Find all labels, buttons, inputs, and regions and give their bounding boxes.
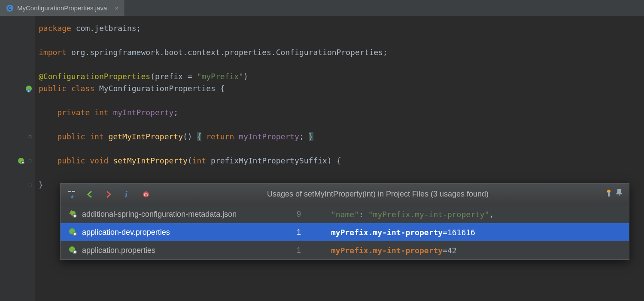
fold-toggle-icon[interactable]: ⊟	[27, 182, 33, 187]
open-findtool-icon[interactable]	[65, 187, 79, 202]
svg-text:m: m	[144, 192, 148, 197]
import-path: org.springframework.boot.context.propert…	[71, 48, 383, 57]
usage-filename: application.properties	[82, 246, 279, 255]
keyword-import: import	[39, 48, 67, 57]
svg-rect-9	[72, 191, 75, 192]
keyword-void: void	[90, 156, 108, 165]
method-name: setMyIntProperty	[113, 156, 187, 165]
info-icon[interactable]: i	[119, 187, 134, 202]
keyword-package: package	[39, 24, 71, 33]
svg-rect-13	[608, 192, 610, 197]
tab-bar: C MyConfigurationProperties.java ×	[0, 0, 644, 16]
usage-line-number: 1	[284, 228, 301, 237]
method-name: getMyIntProperty	[109, 132, 183, 141]
usage-row[interactable]: application-dev.properties 1 myPrefix.my…	[61, 223, 629, 241]
keyword-return: return	[206, 132, 234, 141]
keyword-int: int	[94, 108, 109, 117]
tab-filename: MyConfigurationProperties.java	[17, 4, 107, 12]
svg-point-16	[74, 215, 76, 217]
fold-toggle-icon[interactable]: ⊟	[27, 158, 33, 163]
next-occurrence-icon[interactable]	[101, 187, 115, 202]
keyword-private: private	[57, 108, 90, 117]
popup-title: Usages of setMyIntProperty(int) in Proje…	[157, 190, 599, 199]
properties-file-icon	[68, 227, 78, 237]
spring-bean-icon[interactable]: C	[25, 85, 33, 92]
editor-tab[interactable]: C MyConfigurationProperties.java ×	[0, 0, 125, 16]
keyword-int: int	[90, 132, 104, 141]
keyword-class: class	[71, 84, 94, 93]
package-name: com.jetbrains	[76, 24, 137, 33]
svg-text:C: C	[8, 6, 12, 11]
usages-list: additional-spring-configuration-metadata…	[61, 205, 629, 259]
usage-line-number: 9	[284, 210, 301, 219]
svg-rect-8	[68, 191, 71, 192]
usage-row[interactable]: application.properties 1 myPrefix.my-int…	[61, 241, 629, 259]
keyword-public: public	[57, 132, 85, 141]
usages-popup: i m Usages of setMyIntProperty(int) in P…	[60, 183, 629, 260]
svg-text:C: C	[28, 89, 30, 92]
svg-text:i: i	[125, 190, 128, 199]
popup-toolbar: i m Usages of setMyIntProperty(int) in P…	[61, 184, 629, 205]
svg-point-19	[74, 233, 76, 235]
usage-row[interactable]: additional-spring-configuration-metadata…	[61, 205, 629, 223]
usage-preview: myPrefix.my-int-property=161616	[331, 228, 475, 237]
usage-preview: "name": "myPrefix.my-int-property",	[331, 210, 494, 219]
close-tab-icon[interactable]: ×	[115, 4, 118, 12]
breakpoint-icon[interactable]: m	[139, 187, 153, 202]
json-file-icon	[68, 209, 78, 219]
svg-point-7	[22, 162, 24, 163]
pin-icon[interactable]	[615, 189, 623, 200]
fold-toggle-icon[interactable]: ⊞	[27, 134, 33, 139]
field-name: myIntProperty	[113, 108, 173, 117]
usage-line-number: 1	[284, 246, 301, 255]
class-name: MyConfigurationProperties	[99, 84, 216, 93]
java-class-icon: C	[6, 4, 14, 12]
usage-filename: application-dev.properties	[82, 228, 279, 237]
keyword-public: public	[39, 84, 67, 93]
usage-preview: myPrefix.my-int-property=42	[331, 246, 457, 255]
gutter: C ⊞ ⊟ ⊟	[0, 16, 35, 301]
parameter-name: prefixMyIntPropertySuffix	[211, 156, 327, 165]
field-ref: myIntProperty	[239, 132, 299, 141]
keyword-public: public	[57, 156, 85, 165]
annotation-attr: prefix	[155, 72, 183, 81]
prev-occurrence-icon[interactable]	[83, 187, 97, 202]
string-literal: "myPrefix"	[197, 72, 243, 81]
properties-file-icon	[68, 246, 78, 255]
usage-filename: additional-spring-configuration-metadata…	[82, 210, 279, 219]
svg-point-22	[74, 251, 76, 253]
keyword-int: int	[192, 156, 207, 165]
annotation: @ConfigurationProperties	[39, 72, 150, 81]
spring-usage-icon[interactable]	[17, 157, 25, 165]
settings-icon[interactable]	[602, 189, 611, 200]
